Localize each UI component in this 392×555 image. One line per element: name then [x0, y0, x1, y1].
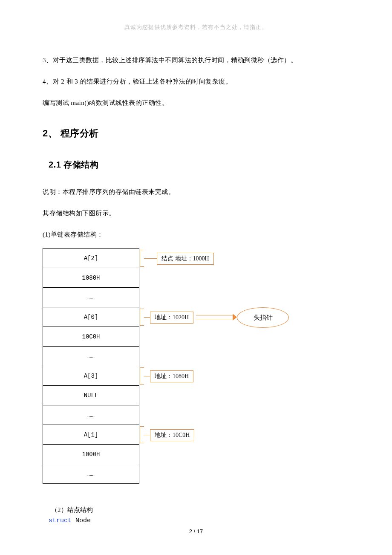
head-pointer-ellipse: 头指针 — [237, 307, 289, 328]
keyword-struct: struct — [49, 517, 72, 524]
paragraph-4: 4、对 2 和 3 的结果进行分析，验证上述各种算法的时间复杂度。 — [43, 74, 349, 89]
mem-row: …… — [43, 287, 139, 307]
paragraph-main: 编写测试 main()函数测试线性表的正确性。 — [43, 95, 349, 110]
desc-line-1: 说明：本程序排序序列的存储由链表来完成。 — [43, 184, 349, 199]
diagram-caption-2: （2）结点结构 — [51, 506, 349, 514]
connector-line — [144, 376, 150, 376]
page-footer: 2 / 17 — [0, 528, 392, 535]
mem-row: …… — [43, 464, 139, 483]
mem-row: NULL — [43, 385, 139, 405]
mem-row: …… — [43, 405, 139, 425]
mem-row: 10C0H — [43, 327, 139, 346]
mem-row: A[1] — [43, 425, 139, 444]
heading-2-1: 2.1 存储结构 — [49, 154, 349, 175]
bracket-icon — [140, 426, 144, 443]
mem-row: A[3] — [43, 366, 139, 385]
identifier-node: Node — [72, 517, 91, 524]
address-label-1000h: 结点 地址：1000H — [157, 253, 214, 265]
mem-row: A[0] — [43, 307, 139, 327]
document-page: 真诚为您提供优质参考资料，若有不当之处，请指正。 3、对于这三类数据，比较上述排… — [0, 0, 392, 555]
arrow-icon — [196, 315, 237, 319]
bracket-icon — [140, 309, 144, 326]
code-struct-node: struct Node — [49, 517, 349, 524]
mem-row: 1080H — [43, 268, 139, 287]
body-text: 3、对于这三类数据，比较上述排序算法中不同算法的执行时间，精确到微秒（选作）。 … — [43, 52, 349, 242]
memory-table: A[2] 1080H …… A[0] 10C0H …… A[3] NULL ……… — [43, 248, 139, 484]
address-label-10c0h: 地址：10C0H — [150, 429, 194, 441]
connector-line — [144, 317, 150, 318]
paragraph-3: 3、对于这三类数据，比较上述排序算法中不同算法的执行时间，精确到微秒（选作）。 — [43, 52, 349, 68]
header-note: 真诚为您提供优质参考资料，若有不当之处，请指正。 — [43, 23, 349, 31]
mem-row: A[2] — [43, 248, 139, 268]
mem-row: …… — [43, 346, 139, 366]
bracket-icon — [140, 367, 144, 384]
address-label-1080h: 地址：1080H — [150, 370, 193, 382]
heading-2: 2、 程序分析 — [43, 122, 349, 145]
address-label-1020h: 地址：1020H — [150, 312, 193, 324]
linked-list-diagram: A[2] 1080H …… A[0] 10C0H …… A[3] NULL ……… — [43, 248, 349, 489]
bracket-icon — [140, 250, 144, 267]
connector-line — [144, 435, 150, 435]
diagram-caption-1: (1)单链表存储结构： — [43, 227, 349, 242]
mem-row: 1000H — [43, 444, 139, 464]
desc-line-2: 其存储结构如下图所示。 — [43, 205, 349, 221]
connector-line — [144, 258, 157, 259]
